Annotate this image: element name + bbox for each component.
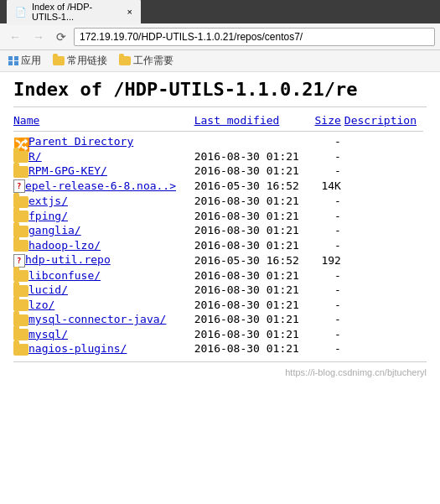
entry-link[interactable]: RPM-GPG-KEY/ bbox=[28, 164, 107, 177]
table-row: ganglia/2016-08-30 01:21- bbox=[13, 223, 427, 238]
entry-desc bbox=[344, 283, 427, 298]
col-size[interactable]: Size bbox=[312, 112, 344, 128]
entry-link[interactable]: Parent Directory bbox=[28, 135, 133, 148]
entry-size: - bbox=[312, 312, 344, 327]
col-name[interactable]: Name bbox=[13, 112, 194, 128]
bookmark-work-label: 工作需要 bbox=[133, 54, 173, 68]
entry-name: ganglia/ bbox=[13, 223, 194, 238]
bookmark-common-links[interactable]: 常用链接 bbox=[49, 53, 111, 69]
address-bar[interactable] bbox=[74, 28, 435, 46]
table-row: mysql/2016-08-30 01:21- bbox=[13, 327, 427, 342]
folder-icon bbox=[13, 270, 28, 282]
folder-icon bbox=[13, 299, 28, 311]
entry-desc bbox=[344, 298, 427, 313]
entry-size: - bbox=[312, 283, 344, 298]
entry-modified: 2016-05-30 16:52 bbox=[194, 252, 313, 268]
entry-modified: 2016-08-30 01:21 bbox=[194, 238, 313, 253]
entry-link[interactable]: lzo/ bbox=[28, 299, 54, 311]
entry-modified bbox=[194, 134, 313, 149]
entry-size: - bbox=[312, 149, 344, 164]
folder-icon bbox=[13, 314, 28, 326]
nav-bar: ← → ⟳ bbox=[0, 23, 440, 50]
entry-modified: 2016-08-30 01:21 bbox=[194, 283, 313, 298]
folder-icon bbox=[13, 196, 28, 208]
entry-name: RPM-GPG-KEY/ bbox=[13, 164, 194, 179]
page-content: Index of /HDP-UTILS-1.1.0.21/re Name Las… bbox=[0, 72, 440, 391]
entry-name: R/ bbox=[13, 149, 194, 164]
entry-desc bbox=[344, 341, 427, 356]
up-icon: 🔀 bbox=[13, 137, 28, 148]
entry-link[interactable]: mysql-connector-java/ bbox=[28, 313, 166, 325]
entry-name: mysql/ bbox=[13, 327, 194, 342]
entry-size: - bbox=[312, 341, 344, 356]
entry-desc bbox=[344, 209, 427, 224]
entry-link[interactable]: extjs/ bbox=[28, 195, 68, 207]
folder-icon bbox=[13, 151, 28, 163]
col-modified[interactable]: Last modified bbox=[194, 112, 313, 128]
entry-modified: 2016-08-30 01:21 bbox=[194, 341, 313, 356]
entry-link[interactable]: libconfuse/ bbox=[28, 269, 101, 282]
bookmark-apps[interactable]: 应用 bbox=[5, 53, 44, 69]
folder-icon bbox=[53, 56, 65, 65]
table-row: hdp-util.repo2016-05-30 16:52192 bbox=[13, 252, 427, 268]
entry-link[interactable]: mysql/ bbox=[28, 328, 68, 340]
bookmark-apps-label: 应用 bbox=[21, 54, 41, 68]
entry-modified: 2016-08-30 01:21 bbox=[194, 209, 313, 224]
entry-link[interactable]: nagios-plugins/ bbox=[28, 342, 127, 355]
entry-size: - bbox=[312, 194, 344, 209]
table-row: mysql-connector-java/2016-08-30 01:21- bbox=[13, 312, 427, 327]
entry-modified: 2016-08-30 01:21 bbox=[194, 164, 313, 179]
title-bar: 📄 Index of /HDP-UTILS-1... × bbox=[0, 0, 440, 23]
col-desc[interactable]: Description bbox=[344, 112, 427, 128]
apps-grid-icon bbox=[8, 56, 18, 66]
tab-close-button[interactable]: × bbox=[127, 7, 132, 17]
entry-desc bbox=[344, 252, 427, 268]
entry-modified: 2016-08-30 01:21 bbox=[194, 312, 313, 327]
folder-icon bbox=[13, 285, 28, 297]
entry-link[interactable]: fping/ bbox=[28, 210, 68, 222]
entry-desc bbox=[344, 238, 427, 253]
entry-name: libconfuse/ bbox=[13, 268, 194, 283]
entry-link[interactable]: hdp-util.repo bbox=[25, 253, 111, 266]
entry-desc bbox=[344, 327, 427, 342]
entry-modified: 2016-08-30 01:21 bbox=[194, 268, 313, 283]
forward-button[interactable]: → bbox=[28, 29, 49, 45]
folder-icon bbox=[13, 344, 28, 356]
table-header-row: Name Last modified Size Description bbox=[13, 112, 427, 128]
entry-size: - bbox=[312, 209, 344, 224]
entry-link[interactable]: ganglia/ bbox=[28, 224, 81, 236]
entry-size: - bbox=[312, 134, 344, 149]
entry-link[interactable]: hadoop-lzo/ bbox=[28, 239, 101, 252]
browser-tab[interactable]: 📄 Index of /HDP-UTILS-1... × bbox=[7, 0, 141, 25]
entry-size: 14K bbox=[312, 179, 344, 195]
entry-name: hdp-util.repo bbox=[13, 252, 194, 268]
entry-name: nagios-plugins/ bbox=[13, 341, 194, 356]
table-row: lucid/2016-08-30 01:21- bbox=[13, 283, 427, 298]
entry-name: epel-release-6-8.noa..> bbox=[13, 179, 194, 195]
table-row: 🔀Parent Directory- bbox=[13, 134, 427, 149]
table-row: fping/2016-08-30 01:21- bbox=[13, 209, 427, 224]
entry-desc bbox=[344, 268, 427, 283]
table-row: RPM-GPG-KEY/2016-08-30 01:21- bbox=[13, 164, 427, 179]
entry-size: - bbox=[312, 164, 344, 179]
watermark: https://i-blog.csdnimg.cn/bjtucheryl bbox=[13, 367, 427, 377]
bookmark-work[interactable]: 工作需要 bbox=[116, 53, 177, 69]
entry-size: 192 bbox=[312, 252, 344, 268]
entry-link[interactable]: lucid/ bbox=[28, 283, 68, 296]
entry-desc bbox=[344, 134, 427, 149]
directory-table: Name Last modified Size Description 🔀Par… bbox=[13, 112, 427, 356]
table-row: R/2016-08-30 01:21- bbox=[13, 149, 427, 164]
table-row: hadoop-lzo/2016-08-30 01:21- bbox=[13, 238, 427, 253]
back-button[interactable]: ← bbox=[5, 29, 25, 45]
entry-link[interactable]: R/ bbox=[28, 150, 42, 163]
bookmarks-bar: 应用 常用链接 工作需要 bbox=[0, 50, 440, 72]
entry-link[interactable]: epel-release-6-8.noa..> bbox=[25, 179, 176, 192]
reload-button[interactable]: ⟳ bbox=[52, 29, 70, 45]
entry-modified: 2016-08-30 01:21 bbox=[194, 194, 313, 209]
tab-favicon: 📄 bbox=[15, 7, 27, 18]
entry-size: - bbox=[312, 238, 344, 253]
entry-desc bbox=[344, 149, 427, 164]
folder-icon bbox=[13, 166, 28, 178]
entry-modified: 2016-08-30 01:21 bbox=[194, 149, 313, 164]
entry-size: - bbox=[312, 327, 344, 342]
